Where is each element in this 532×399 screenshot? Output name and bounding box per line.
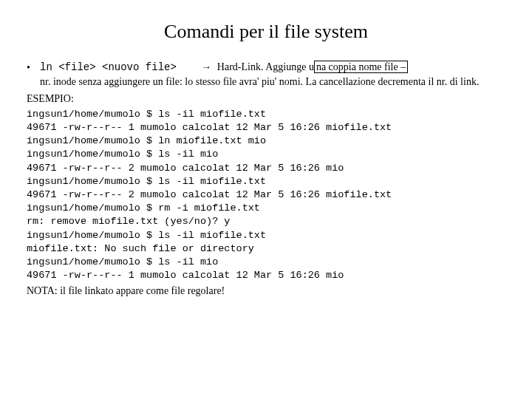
- bullet-item: • ln <file> <nuovo file> → Hard-Link. Ag…: [27, 61, 505, 75]
- page: Comandi per il file system • ln <file> <…: [0, 0, 532, 298]
- note-text: NOTA: il file linkato appare come file r…: [27, 284, 505, 299]
- command-code: ln <file> <nuovo file>: [40, 61, 177, 73]
- bullet-body: ln <file> <nuovo file> → Hard-Link. Aggi…: [40, 61, 505, 75]
- arrow-icon: →: [179, 61, 214, 72]
- bullet-dot-icon: •: [27, 61, 40, 75]
- example-label: ESEMPIO:: [27, 92, 505, 106]
- bullet-desc-inline: Hard-Link. Aggiunge u: [217, 61, 314, 72]
- page-title: Comandi per il file system: [27, 21, 505, 43]
- bullet-desc-boxed: na coppia nome file –: [314, 61, 408, 73]
- bullet-desc-continuation: nr. inode senza aggiungere un file: lo s…: [40, 75, 505, 89]
- terminal-output: ingsun1/home/mumolo $ ls -il miofile.txt…: [27, 108, 505, 283]
